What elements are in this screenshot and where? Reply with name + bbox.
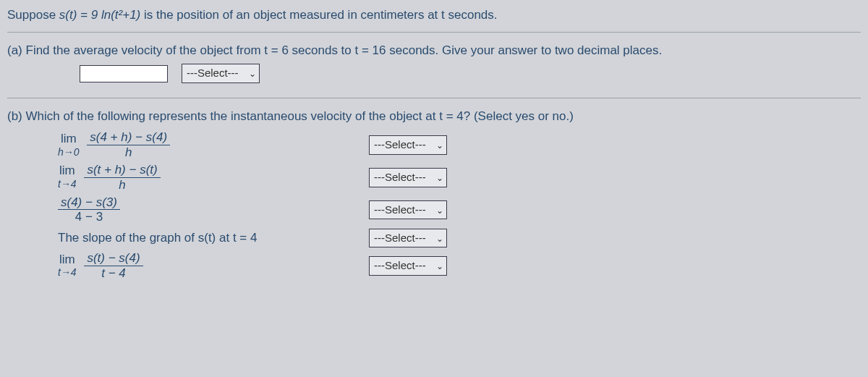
option-5-select[interactable]: ---Select--- ⌄ [369, 256, 447, 276]
chevron-down-icon: ⌄ [436, 261, 443, 271]
option-2-expression: lim t→4 s(t + h) − s(t) h [58, 164, 369, 192]
chevron-down-icon: ⌄ [436, 173, 443, 183]
intro-function: s(t) = 9 ln(t²+1) [59, 8, 140, 22]
option-3-select[interactable]: ---Select--- ⌄ [369, 200, 447, 220]
part-a-prompt: (a) Find the average velocity of the obj… [7, 41, 861, 60]
option-4-select[interactable]: ---Select--- ⌄ [369, 229, 447, 248]
part-b-prompt: (b) Which of the following represents th… [7, 107, 861, 126]
option-4-expression: The slope of the graph of s(t) at t = 4 [58, 229, 369, 247]
separator-1 [7, 32, 861, 33]
chevron-down-icon: ⌄ [436, 206, 443, 216]
separator-2 [7, 98, 861, 98]
chevron-down-icon: ⌄ [436, 234, 443, 244]
option-1-select[interactable]: ---Select--- ⌄ [369, 135, 447, 155]
chevron-down-icon: ⌄ [436, 140, 443, 151]
average-velocity-input[interactable] [80, 65, 168, 82]
units-select-label: ---Select--- [187, 67, 239, 79]
intro-prefix: Suppose [7, 8, 59, 22]
part-b-options: lim h→0 s(4 + h) − s(4) h ---Select--- ⌄… [58, 131, 861, 280]
option-1-expression: lim h→0 s(4 + h) − s(4) h [58, 131, 369, 159]
intro-line: Suppose s(t) = 9 ln(t²+1) is the positio… [7, 6, 861, 25]
intro-suffix: is the position of an object measured in… [144, 8, 498, 22]
option-5-expression: lim t→4 s(t) − s(4) t − 4 [58, 252, 369, 280]
option-2-select[interactable]: ---Select--- ⌄ [369, 168, 447, 187]
chevron-down-icon: ⌄ [249, 69, 256, 79]
option-3-expression: s(4) − s(3) 4 − 3 [58, 196, 369, 224]
units-select[interactable]: ---Select--- ⌄ [182, 64, 260, 83]
